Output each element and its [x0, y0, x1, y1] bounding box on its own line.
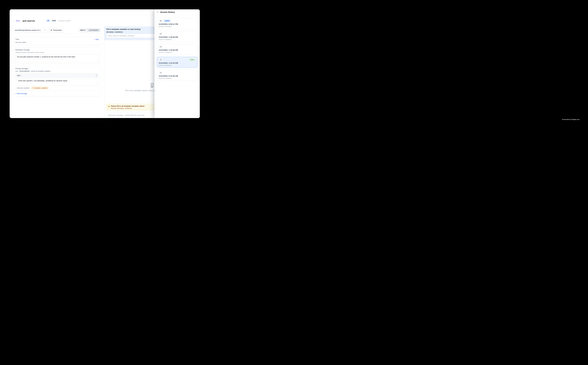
version-card-v4[interactable]: v4 11/21/2025, 1:36:28 PM Saved to Datab…: [157, 31, 198, 42]
message-body: Enter task specifics. Use {{template_var…: [15, 77, 98, 91]
parameters-label: Parameters: [53, 29, 62, 31]
role-label: User: [17, 75, 20, 77]
template-variable-chip-label: template_variables: [35, 87, 48, 89]
add-tool-button[interactable]: + Add: [94, 39, 98, 40]
prompt-messages-title: Prompt messages: [15, 68, 98, 70]
bot-icon: [150, 83, 155, 88]
detected-variables-row: Detected variables: ✎ template_variables: [17, 87, 97, 89]
version-timestamp: 11/21/2025, 1:36:28 PM: [159, 36, 196, 38]
hint-suffix: syntax for template variables: [31, 70, 50, 72]
version-timestamp: 11/21/2025, 1:33:19 PM: [159, 62, 196, 64]
developer-message-subtitle: Optional system instructions for the mod…: [15, 51, 98, 54]
version-history-panel: ✕ Version History v5 Latest 11/22/2025, …: [154, 9, 200, 118]
developer-message-card: Developer message Optional system instru…: [13, 47, 101, 64]
version-status: Saved to Database: [159, 77, 196, 79]
add-message-label: Add message: [17, 93, 27, 95]
version-card-v5[interactable]: v5 Latest 11/22/2025, 6:08:12 PM Saved t…: [157, 18, 198, 29]
page-title: jack-sparrow: [23, 20, 35, 22]
pencil-icon: ✎: [33, 87, 34, 89]
model-toolbar: aws/anthropic/bedrock-claude-3-5-s... ⚙ …: [10, 27, 104, 34]
format-toggle: PRETTY DOTPROMPT: [78, 28, 101, 32]
detected-variables-label: Detected variables:: [17, 87, 30, 89]
back-label: Back: [16, 20, 20, 22]
version-card-v2-active[interactable]: v2 Active 11/21/2025, 1:33:19 PM Saved t…: [157, 57, 198, 68]
toggle-dotprompt[interactable]: DOTPROMPT: [88, 29, 100, 32]
message-textarea[interactable]: Enter task specifics. Use {{template_var…: [17, 79, 97, 85]
resize-handle[interactable]: [95, 84, 97, 85]
editor-column: aws/anthropic/bedrock-claude-3-5-s... ⚙ …: [10, 27, 104, 118]
template-syntax-hint: Use {{variable}} syntax for template var…: [15, 70, 98, 72]
version-history-header: ✕ Version History: [154, 9, 200, 15]
hint-prefix: Use: [15, 70, 18, 72]
prompt-messages-card: Prompt messages Use {{variable}} syntax …: [13, 66, 101, 96]
version-badge: v2: [46, 19, 50, 22]
close-icon[interactable]: ✕: [157, 11, 158, 13]
resize-handle[interactable]: [97, 60, 98, 62]
version-timestamp: 11/21/2025, 9:16:39 AM: [159, 75, 196, 77]
message-header: User: [15, 74, 98, 77]
version-number-badge: v1: [159, 71, 163, 74]
message-block: User Enter task specifics. Use {{templat…: [15, 73, 98, 91]
back-arrow-icon: ←: [13, 20, 15, 22]
version-number-badge: v2: [159, 58, 163, 61]
developer-message-textarea[interactable]: You are jack sparrow number 1, respond a…: [15, 55, 98, 62]
plus-icon: +: [15, 93, 16, 94]
developer-message-title: Developer message: [15, 49, 98, 51]
warning-title: Please fill in all template variables ab…: [111, 105, 145, 107]
version-number-badge: v5: [159, 20, 163, 22]
parameters-button[interactable]: ⚙ Parameters: [48, 28, 64, 32]
version-status: Saved to Database: [159, 26, 196, 27]
version-status: Saved to Database: [159, 52, 196, 53]
chevron-down-icon: [21, 75, 22, 76]
version-status: Saved to Database: [159, 65, 196, 66]
editor-cards: Tools + Add No tools added Developer mes…: [10, 34, 104, 99]
add-message-button[interactable]: + Add message: [15, 93, 27, 95]
warning-icon: [108, 105, 110, 107]
add-tool-label: Add: [96, 39, 98, 40]
version-timestamp: 11/22/2025, 6:08:12 PM: [159, 23, 196, 25]
model-select-value: aws/anthropic/bedrock-claude-3-5-s...: [15, 29, 44, 31]
active-badge: Active: [189, 58, 196, 61]
chevron-down-icon: [44, 30, 46, 31]
latest-badge: Latest: [164, 20, 170, 22]
version-card-v3[interactable]: v3 11/21/2025, 1:33:56 PM Saved to Datab…: [157, 44, 198, 55]
tools-empty-state: No tools added: [15, 42, 98, 43]
draft-badge: Draft: [51, 19, 57, 22]
drag-handle-icon[interactable]: [96, 74, 97, 77]
version-timestamp: 11/21/2025, 1:33:56 PM: [159, 49, 196, 51]
gear-icon: ⚙: [50, 29, 52, 31]
version-number-badge: v4: [159, 33, 163, 35]
tools-card: Tools + Add No tools added: [13, 37, 101, 45]
unsaved-changes-label: Unsaved changes: [58, 20, 70, 21]
tools-title: Tools: [15, 38, 19, 40]
plus-icon: +: [94, 39, 95, 40]
empty-state-text: Fill in the variables above, then typ: [125, 89, 156, 91]
variable-code-chip: {{variable}}: [19, 70, 30, 72]
model-select[interactable]: aws/anthropic/bedrock-claude-3-5-s...: [13, 28, 47, 32]
version-history-title: Version History: [160, 11, 175, 13]
toggle-pretty[interactable]: PRETTY: [79, 29, 88, 32]
version-number-badge: v3: [159, 45, 163, 48]
back-button[interactable]: ← Back: [13, 20, 20, 22]
template-variable-chip[interactable]: ✎ template_variables: [31, 87, 49, 89]
role-selector[interactable]: User: [17, 75, 22, 77]
version-status: Saved to Database: [159, 39, 196, 40]
version-card-v1[interactable]: v1 11/21/2025, 9:16:39 AM Saved to Datab…: [157, 70, 198, 81]
version-list: v5 Latest 11/22/2025, 6:08:12 PM Saved t…: [154, 15, 200, 84]
